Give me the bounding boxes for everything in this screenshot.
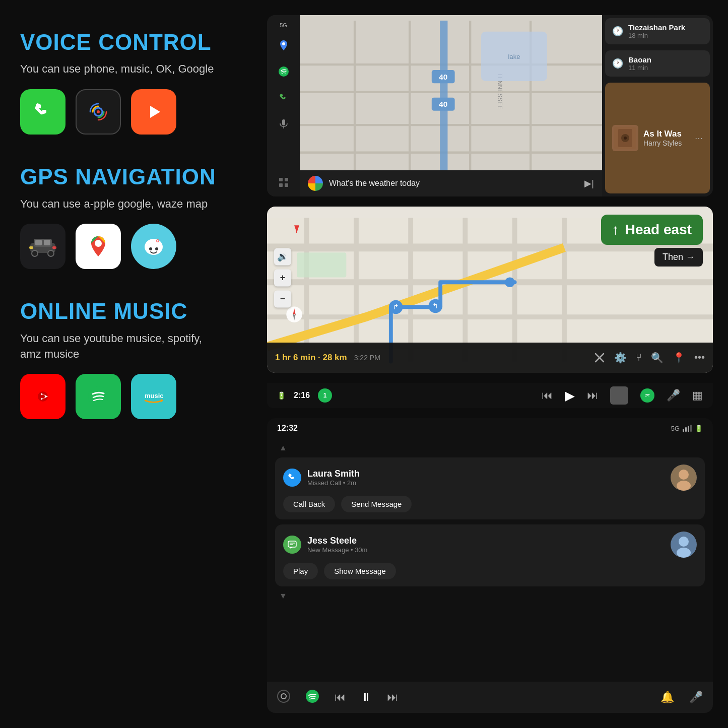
- next-track-button[interactable]: ⏭: [587, 389, 598, 402]
- ytmusic-app-icon[interactable]: [20, 374, 65, 419]
- svg-point-12: [145, 239, 163, 255]
- call-back-button[interactable]: Call Back: [283, 496, 335, 512]
- voice-send-icon[interactable]: ▶|: [584, 178, 594, 189]
- spotify-bottom-svg: [305, 689, 319, 703]
- gps-arrival: 3:22 PM: [354, 354, 380, 362]
- notifications-screen: 12:32 5G 🔋 ▲: [267, 418, 713, 713]
- music-info: As It Was Harry Styles: [643, 129, 690, 147]
- waze-app-icon[interactable]: [131, 224, 176, 269]
- laura-avatar-svg: [671, 465, 697, 491]
- grid-control-icon[interactable]: ▦: [692, 389, 703, 402]
- bell-icon[interactable]: 🔔: [660, 691, 674, 704]
- spotify-sidebar-icon[interactable]: [275, 62, 293, 81]
- scroll-down-indicator[interactable]: ▼: [275, 591, 705, 601]
- spotify-indicator[interactable]: [640, 388, 654, 403]
- laura-actions: Call Back Send Message: [283, 496, 697, 512]
- mic-icon: [278, 118, 289, 129]
- phone-small-icon: [278, 92, 289, 103]
- then-box: Then →: [654, 248, 703, 267]
- show-message-button[interactable]: Show Message: [324, 563, 396, 579]
- gmaps-app-icon[interactable]: [76, 224, 121, 269]
- voice-app-icons: [20, 89, 247, 135]
- nav-card-1-info: Tiezaishan Park 18 min: [628, 23, 703, 39]
- mic-sidebar-icon[interactable]: [275, 115, 293, 133]
- laura-info: Laura Smith Missed Call • 2m: [307, 469, 360, 487]
- play-app-icon[interactable]: [131, 89, 176, 135]
- grid-sidebar-icon[interactable]: [275, 173, 293, 191]
- svg-point-66: [505, 277, 515, 287]
- notif-header-laura: Laura Smith Missed Call • 2m: [283, 465, 697, 491]
- spotify-app-icon[interactable]: [76, 374, 121, 419]
- gps-screen-wrapper: ↱ ↰ 🔉 + − ↑ Head east: [267, 207, 713, 408]
- direction-text: Head east: [625, 222, 692, 238]
- more-dots[interactable]: ⋯: [695, 134, 703, 143]
- phone-app-icon[interactable]: [20, 89, 65, 135]
- play-pause-button[interactable]: ▶: [565, 388, 575, 404]
- chat-icon: [287, 540, 297, 550]
- gps-close-button[interactable]: [592, 350, 607, 365]
- carplay-app-icon[interactable]: [20, 224, 65, 269]
- jess-actions: Play Show Message: [283, 563, 697, 579]
- mic-bottom-icon[interactable]: 🎤: [689, 691, 703, 704]
- gps-location-icon[interactable]: 📍: [673, 352, 685, 364]
- spotify-small-icon: [278, 65, 290, 78]
- jess-sub: New Message • 30m: [307, 546, 367, 554]
- gps-section: GPS NAVIGATION You can use a-pple google…: [20, 165, 247, 269]
- voice-right-panel: 🕐 Tiezaishan Park 18 min 🕐 Baoan 11 min: [602, 15, 713, 196]
- maps-sidebar-icon[interactable]: [275, 36, 293, 54]
- svg-point-16: [157, 240, 159, 242]
- prev-track-bottom-button[interactable]: ⏮: [335, 691, 346, 704]
- gps-search-icon[interactable]: 🔍: [651, 352, 664, 364]
- prev-track-button[interactable]: ⏮: [542, 389, 553, 402]
- zoom-in-button[interactable]: +: [274, 269, 291, 286]
- direction-arrow-icon: ↑: [612, 222, 619, 238]
- spotify-bottom-icon[interactable]: [305, 689, 319, 705]
- volume-button[interactable]: 🔉: [274, 248, 291, 265]
- waze-icon: [140, 233, 167, 260]
- amazon-music-app-icon[interactable]: music: [131, 374, 176, 419]
- notification-badge[interactable]: 1: [318, 388, 332, 403]
- phone-icon: [30, 99, 55, 124]
- podcasts-app-icon[interactable]: [76, 89, 121, 135]
- notif-card-jess: Jess Steele New Message • 30m Play Show …: [275, 524, 705, 586]
- svg-point-92: [278, 690, 290, 702]
- svg-rect-81: [688, 426, 689, 432]
- svg-rect-82: [690, 425, 692, 432]
- then-text: Then →: [663, 252, 695, 262]
- phone-sidebar-icon[interactable]: [275, 89, 293, 107]
- music-title: ONLINE MUSIC: [20, 299, 247, 323]
- gps-more-icon[interactable]: •••: [694, 352, 705, 364]
- zoom-out-button[interactable]: −: [274, 290, 291, 307]
- play-button[interactable]: Play: [283, 563, 318, 579]
- home-icon: [277, 690, 290, 703]
- voice-desc: You can use phone, music, OK, Google: [20, 61, 247, 77]
- send-message-button[interactable]: Send Message: [341, 496, 412, 512]
- pause-bottom-button[interactable]: ⏸: [361, 691, 372, 704]
- car-icon: [28, 234, 58, 259]
- gps-time-display: 2:16: [294, 391, 310, 400]
- svg-point-90: [679, 537, 689, 547]
- svg-text:↰: ↰: [432, 302, 438, 310]
- notif-card-laura: Laura Smith Missed Call • 2m Call Back S…: [275, 457, 705, 519]
- voice-screen: 5G: [267, 15, 713, 196]
- scroll-up-indicator[interactable]: ▲: [275, 443, 705, 452]
- nav-card-1: 🕐 Tiezaishan Park 18 min: [605, 18, 710, 44]
- svg-rect-80: [685, 427, 687, 432]
- svg-rect-29: [285, 178, 288, 181]
- laura-sub: Missed Call • 2m: [307, 479, 360, 487]
- gps-bottom-controls: ⏮ ▶ ⏭ 🎤 ▦: [542, 386, 703, 405]
- google-assistant-icon[interactable]: [308, 176, 323, 191]
- svg-rect-28: [279, 178, 283, 181]
- gps-close-icon-wrapper: [592, 350, 607, 365]
- home-button[interactable]: [277, 690, 290, 705]
- gps-fork-icon[interactable]: ⑂: [636, 352, 642, 364]
- voice-screen-sidebar: 5G: [267, 15, 300, 196]
- gps-settings-icon[interactable]: ⚙️: [614, 352, 627, 364]
- mic-control-icon[interactable]: 🎤: [667, 389, 680, 402]
- music-track-title: As It Was: [643, 129, 690, 139]
- svg-text:40: 40: [439, 73, 447, 81]
- next-track-bottom-button[interactable]: ⏭: [387, 691, 398, 704]
- x-icon: [593, 352, 606, 364]
- music-card: As It Was Harry Styles ⋯: [605, 83, 710, 193]
- music-desc: You can use youtube musice, spotify, amz…: [20, 331, 247, 362]
